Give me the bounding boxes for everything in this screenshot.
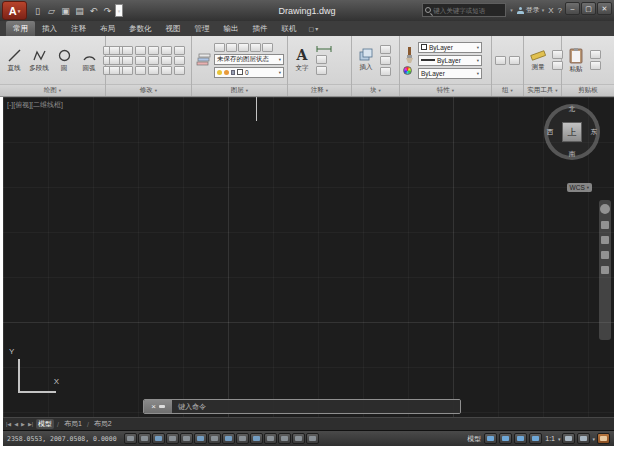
modify-tool-icon[interactable] [174, 66, 185, 75]
ribbon-tab-layout[interactable]: 布局 [93, 21, 122, 36]
tab-scroll-prev-icon[interactable]: ◀ [14, 421, 18, 427]
dimension-icon[interactable] [316, 45, 332, 53]
ribbon-tab-annotate[interactable]: 注释 [64, 21, 93, 36]
zoom-icon[interactable] [601, 236, 609, 244]
modify-tool-icon[interactable] [174, 56, 185, 65]
lock-ui-icon[interactable] [577, 433, 590, 444]
pan-icon[interactable] [601, 221, 609, 229]
toggle-lineweight[interactable] [264, 433, 277, 444]
layer-tool-icon[interactable] [262, 43, 273, 52]
measure-tool-button[interactable]: 测量 [527, 48, 549, 72]
coordinates-display[interactable]: 2358.0553, 2007.0508, 0.0000 [7, 435, 117, 443]
panel-label-layers[interactable]: 图层 ▾ [192, 84, 287, 96]
block-tool-icon[interactable] [380, 67, 391, 76]
modify-tool-icon[interactable] [148, 56, 159, 65]
modify-tool-icon[interactable] [174, 46, 185, 55]
chevron-down-icon[interactable]: ▾ [510, 7, 513, 13]
exchange-apps-icon[interactable]: X [548, 6, 553, 15]
save-icon[interactable]: ▣ [59, 4, 72, 17]
paste-button[interactable]: 粘贴 [565, 47, 587, 74]
text-tool-button[interactable]: A 文字 [291, 48, 313, 73]
ungroup-tool-icon[interactable] [509, 56, 520, 65]
viewcube[interactable]: 北 南 西 东 上 [544, 104, 600, 160]
quick-view-layouts-icon[interactable] [484, 433, 497, 444]
tab-layout2[interactable]: 布局2 [92, 419, 114, 429]
search-input[interactable] [433, 7, 503, 14]
modify-tool-icon[interactable] [148, 66, 159, 75]
ribbon-tab-view[interactable]: 视图 [159, 21, 188, 36]
copy-tool-icon[interactable] [590, 61, 601, 70]
toggle-transparency[interactable] [278, 433, 291, 444]
open-icon[interactable]: ▱ [45, 4, 58, 17]
layer-tool-icon[interactable] [250, 43, 261, 52]
qat-customize-chevron-icon[interactable]: ▾ [115, 4, 123, 17]
modify-tool-icon[interactable] [161, 56, 172, 65]
minimize-button[interactable]: – [565, 2, 580, 15]
ribbon-tab-home[interactable]: 常用 [6, 21, 35, 36]
help-icon[interactable]: ? [558, 6, 562, 15]
toggle-osnap[interactable] [194, 433, 207, 444]
modify-tool-icon[interactable] [161, 46, 172, 55]
panel-label-clipboard[interactable]: 剪贴板 [562, 84, 614, 96]
layer-properties-icon[interactable] [195, 52, 211, 68]
workspace-switching-icon[interactable] [562, 433, 575, 444]
ribbon-tab-manage[interactable]: 管理 [188, 21, 217, 36]
table-tool-icon[interactable] [316, 66, 327, 75]
toggle-snap[interactable] [138, 433, 151, 444]
help-search-box[interactable] [422, 3, 506, 17]
panel-label-modify[interactable]: 修改 ▾ [106, 84, 191, 96]
showmotion-icon[interactable] [601, 266, 609, 274]
ribbon-tab-plugins[interactable]: 插件 [246, 21, 275, 36]
wrench-icon[interactable] [159, 405, 165, 408]
autoscale-icon[interactable] [529, 433, 542, 444]
toggle-grid[interactable] [152, 433, 165, 444]
modify-tool-icon[interactable] [135, 56, 146, 65]
ribbon-tab-insert[interactable]: 插入 [35, 21, 64, 36]
status-menu-chevron-icon[interactable]: ▾ [592, 436, 595, 442]
command-line-grip[interactable]: × [144, 400, 172, 413]
annotation-visibility-icon[interactable] [514, 433, 527, 444]
panel-label-properties[interactable]: 特性 ▾ [400, 84, 491, 96]
ribbon-tab-online[interactable]: 联机 [275, 21, 304, 36]
modify-tool-icon[interactable] [109, 66, 120, 75]
arc-tool-button[interactable]: 圆弧 [78, 48, 100, 73]
signin-button[interactable]: 登录 ▾ [517, 5, 545, 15]
tab-scroll-next-icon[interactable]: ▶ [21, 421, 25, 427]
modify-tool-icon[interactable] [122, 46, 133, 55]
layer-tool-icon[interactable] [226, 43, 237, 52]
redo-icon[interactable]: ↷ [101, 4, 114, 17]
new-icon[interactable]: ▯ [31, 4, 44, 17]
modify-tool-icon[interactable] [122, 66, 133, 75]
block-tool-icon[interactable] [380, 45, 391, 54]
steering-wheel-icon[interactable] [600, 204, 610, 214]
layer-state-dropdown[interactable]: 未保存的图层状态 ▾ [214, 54, 284, 65]
match-properties-icon[interactable] [403, 46, 415, 64]
toggle-3d-osnap[interactable] [208, 433, 221, 444]
panel-label-draw[interactable]: 绘图 ▾ [0, 84, 105, 96]
layer-tool-icon[interactable] [214, 43, 225, 52]
orbit-icon[interactable] [601, 251, 609, 259]
viewport-controls[interactable]: [-][俯视][二维线框] [7, 100, 63, 110]
quick-view-drawings-icon[interactable] [499, 433, 512, 444]
viewcube-south[interactable]: 南 [569, 150, 576, 159]
ribbon-display-toggle[interactable]: ▢ ▾ [309, 21, 319, 36]
tab-scroll-last-icon[interactable]: ▶| [28, 421, 33, 427]
cut-tool-icon[interactable] [590, 50, 601, 59]
modify-tool-icon[interactable] [148, 46, 159, 55]
object-color-icon[interactable] [403, 66, 412, 75]
undo-icon[interactable]: ↶ [87, 4, 100, 17]
circle-tool-button[interactable]: 圆 [53, 48, 75, 73]
wcs-menu-button[interactable]: WCS ▾ [567, 183, 592, 192]
panel-label-utilities[interactable]: 实用工具 ▾ [524, 84, 561, 96]
drawing-area[interactable]: [-][俯视][二维线框] 北 南 西 东 上 WCS ▾ [3, 97, 614, 417]
ribbon-tab-parametric[interactable]: 参数化 [122, 21, 159, 36]
modify-tool-icon[interactable] [109, 56, 120, 65]
model-space-button[interactable]: 模型 [466, 434, 482, 444]
block-tool-icon[interactable] [380, 56, 391, 65]
modify-tool-icon[interactable] [109, 46, 120, 55]
lineweight-dropdown[interactable]: ByLayer ▾ [418, 68, 482, 79]
close-button[interactable]: ✕ [597, 2, 612, 15]
viewcube-east[interactable]: 东 [591, 128, 598, 137]
toggle-otrack[interactable] [222, 433, 235, 444]
layer-tool-icon[interactable] [238, 43, 249, 52]
